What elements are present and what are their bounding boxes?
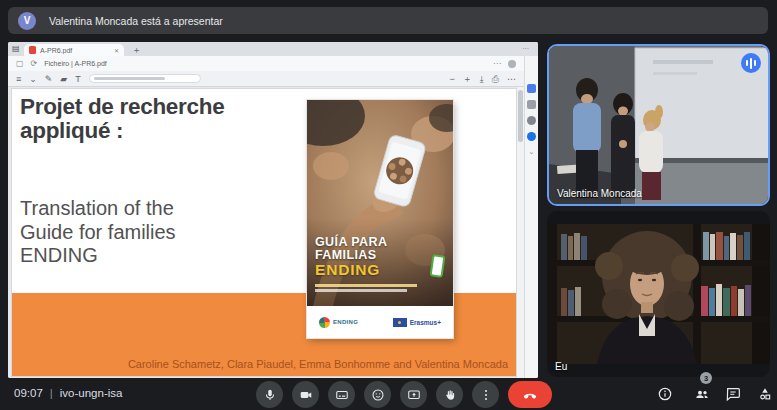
pdf-scrollbar-thumb[interactable]	[518, 90, 523, 142]
captions-button[interactable]	[328, 381, 355, 408]
address-text[interactable]: Ficheiro | A-PR6.pdf	[44, 60, 107, 67]
present-button[interactable]	[400, 381, 427, 408]
browser-profile-avatar[interactable]	[508, 60, 516, 68]
pdf-file-icon	[29, 46, 36, 54]
audio-indicator	[741, 53, 761, 73]
zoom-in-icon[interactable]: ＋	[463, 74, 472, 84]
browser-sidebar: ⌄	[524, 56, 538, 378]
window-controls-icons[interactable]: ⋯	[522, 45, 532, 53]
raise-hand-button[interactable]	[436, 381, 463, 408]
emoji-icon	[371, 388, 385, 402]
participant-name: Eu	[555, 361, 567, 372]
search-placeholder-bar	[94, 77, 165, 80]
presenting-banner: V Valentina Moncada está a apresentar	[8, 7, 768, 34]
tab-title: A-PR6.pdf	[40, 47, 110, 54]
sidebar-copilot-icon[interactable]	[527, 84, 536, 93]
mic-icon	[263, 388, 277, 402]
people-icon[interactable]	[694, 386, 710, 402]
slide-subtitle-line2: Guide for families	[20, 221, 176, 245]
present-screen-icon	[407, 388, 421, 402]
participant-name: Valentina Moncada	[557, 188, 642, 199]
ending-pie-icon	[319, 317, 330, 328]
slide-authors: Caroline Schametz, Clara Piaudel, Emma B…	[128, 358, 508, 370]
ending-logo-text: ENDING	[333, 319, 358, 325]
separator: |	[50, 387, 53, 399]
sidebar-tools-icon[interactable]	[527, 116, 536, 125]
browser-address-bar: ▢ ⟳ Ficheiro | A-PR6.pdf ⋯	[8, 56, 524, 71]
meeting-info: 09:07 | ivo-ungn-isa	[14, 387, 122, 399]
sidebar-app-icon[interactable]	[527, 132, 536, 141]
cover-smalltext-bar1	[315, 284, 417, 287]
meeting-code: ivo-ungn-isa	[60, 387, 123, 399]
refresh-icon[interactable]: ⟳	[31, 59, 38, 69]
slide-subtitle: Translation of the Guide for families EN…	[20, 197, 176, 268]
print-icon[interactable]: ⎙	[492, 74, 499, 84]
cover-heading-ending: ENDING	[315, 261, 380, 279]
call-controls	[256, 381, 552, 408]
reactions-button[interactable]	[364, 381, 391, 408]
slide-title-line1: Projet de recherche	[20, 95, 224, 119]
clock-time: 09:07	[14, 387, 43, 399]
page-icon[interactable]: ▢	[16, 59, 24, 69]
more-vert-icon	[479, 388, 493, 402]
pdf-more-icon[interactable]: ⋯	[507, 74, 516, 84]
camera-button[interactable]	[292, 381, 319, 408]
guide-cover-image: GUÍA PARA FAMILIAS ENDING ENDING Erasmu	[307, 100, 453, 338]
presenting-text: Valentina Moncada está a apresentar	[49, 15, 223, 27]
mic-button[interactable]	[256, 381, 283, 408]
text-tool-icon[interactable]: T	[75, 74, 81, 84]
captions-icon	[335, 388, 349, 402]
pdf-search-box[interactable]	[89, 74, 201, 83]
slide-title: Projet de recherche appliqué :	[20, 95, 224, 144]
slide-page: Projet de recherche appliqué : Translati…	[12, 89, 516, 376]
draw-tool-icon[interactable]: ✎	[45, 74, 53, 84]
sidebar-search-icon[interactable]	[527, 100, 536, 109]
google-meet-window: V Valentina Moncada está a apresentar ▤ …	[0, 0, 777, 410]
pdf-toolbar: ≡ ⌄ ✎ ▰ T − ＋ ⤓ ⎙ ⋯	[8, 71, 524, 87]
meeting-details-icon[interactable]	[657, 386, 673, 402]
browser-tab-strip: ▤ A-PR6.pdf ✕ ＋ ⋯	[8, 42, 538, 56]
more-options-button[interactable]	[472, 381, 499, 408]
slide-title-line2: appliqué :	[20, 119, 224, 143]
cover-smalltext-bar2	[315, 289, 407, 292]
screen-share-region: ▤ A-PR6.pdf ✕ ＋ ⋯ ▢ ⟳ Ficheiro | A-PR6.p…	[8, 42, 538, 378]
cover-heading-line1: GUÍA PARA	[315, 235, 387, 249]
hand-icon	[443, 388, 457, 402]
eu-flag-icon	[393, 318, 407, 327]
chat-icon[interactable]	[725, 386, 741, 402]
erasmus-logo: Erasmus+	[393, 318, 441, 327]
camera-icon	[299, 388, 313, 402]
end-call-icon	[522, 387, 538, 403]
presenter-avatar: V	[18, 12, 36, 30]
extensions-icon[interactable]: ⋯	[493, 59, 501, 69]
end-call-button[interactable]	[508, 381, 552, 408]
sidebar-chevron-icon[interactable]: ⌄	[529, 148, 535, 155]
cover-logo-strip: ENDING Erasmus+	[307, 306, 453, 338]
tab-actions-icon[interactable]: ▤	[12, 45, 20, 53]
pdf-scrollbar[interactable]	[517, 87, 524, 378]
pdf-content-area: Projet de recherche appliqué : Translati…	[8, 87, 524, 378]
save-icon[interactable]: ⤓	[480, 74, 484, 84]
cover-heading-line2: FAMILIAS	[315, 248, 377, 262]
webcam-video	[547, 224, 770, 364]
participant-tile-valentina[interactable]: Valentina Moncada	[547, 44, 770, 206]
erasmus-logo-text: Erasmus+	[410, 319, 441, 326]
participant-tile-self[interactable]: Eu	[547, 211, 770, 377]
zoom-out-icon[interactable]: −	[450, 74, 455, 84]
tab-close-icon[interactable]: ✕	[114, 47, 119, 54]
slide-subtitle-line3: ENDING	[20, 244, 176, 268]
activities-icon[interactable]	[757, 386, 773, 402]
people-count-badge: 3	[700, 372, 712, 384]
pdf-menu-icon[interactable]: ≡	[16, 74, 21, 84]
browser-tab[interactable]: A-PR6.pdf ✕	[24, 44, 124, 56]
classroom-video	[549, 46, 770, 206]
slide-subtitle-line1: Translation of the	[20, 197, 176, 221]
ending-logo: ENDING	[319, 317, 358, 328]
highlight-tool-icon[interactable]: ▰	[60, 74, 67, 84]
pdf-chevron-icon[interactable]: ⌄	[29, 74, 37, 84]
